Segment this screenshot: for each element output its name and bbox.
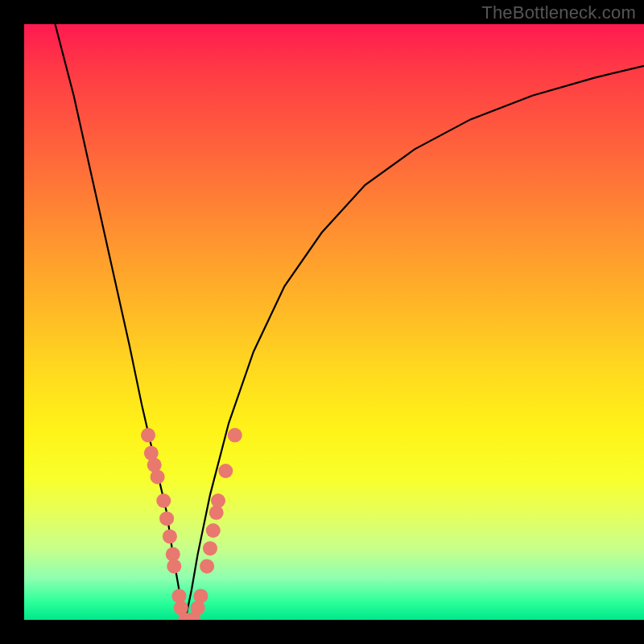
data-marker: [167, 559, 181, 573]
data-marker: [200, 559, 214, 573]
data-marker: [228, 428, 242, 443]
chart-frame: TheBottleneck.com: [0, 0, 644, 644]
data-marker: [211, 493, 225, 508]
data-marker: [159, 511, 174, 526]
data-marker: [163, 529, 177, 543]
plot-area: [24, 24, 644, 620]
curve-right-branch: [185, 66, 644, 620]
data-marker: [141, 428, 155, 443]
watermark-text: TheBottleneck.com: [481, 2, 636, 23]
data-marker: [206, 523, 221, 538]
data-marker: [156, 493, 171, 508]
data-marker: [218, 464, 233, 478]
data-marker: [151, 469, 165, 484]
data-marker: [203, 541, 217, 555]
data-marker: [193, 588, 208, 603]
chart-svg: [24, 24, 644, 620]
